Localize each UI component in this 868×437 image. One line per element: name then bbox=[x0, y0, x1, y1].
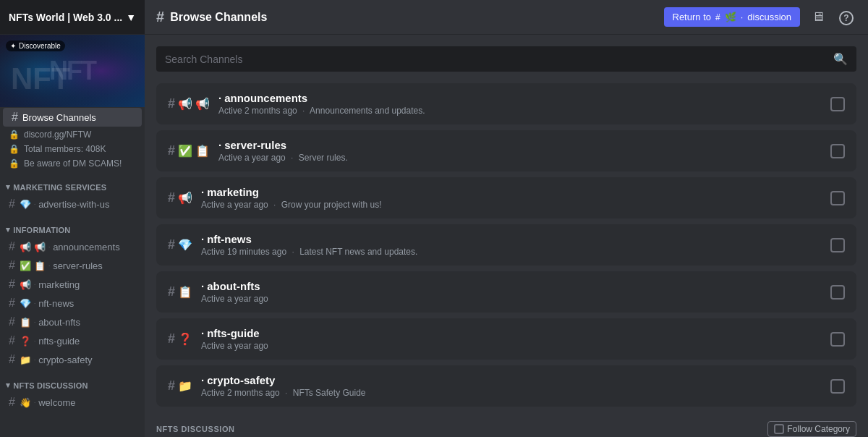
channel-meta-marketing: Active a year ago · Grow your project wi… bbox=[201, 200, 822, 210]
channel-info-safety: · crypto-safety Active 2 months ago · NF… bbox=[201, 374, 822, 398]
sidebar-browse-channels[interactable]: # Browse Channels bbox=[3, 108, 142, 127]
hash-icon-about: # bbox=[9, 315, 15, 328]
checkbox-nft-news[interactable] bbox=[830, 238, 845, 253]
return-button[interactable]: Return to # 🌿 · discussion bbox=[664, 7, 801, 27]
sidebar-category-information[interactable]: ▾ INFORMATION bbox=[0, 213, 145, 237]
header-icons: Return to # 🌿 · discussion 🖥 ? bbox=[664, 7, 857, 28]
channel-info-announcements: · announcements Active 2 months ago · An… bbox=[218, 92, 822, 116]
hash-icon-cs: # bbox=[168, 378, 175, 394]
sidebar-channel-marketing[interactable]: # 📢 · marketing bbox=[3, 276, 142, 293]
hash-icon-r: # bbox=[168, 143, 175, 158]
help-button[interactable]: ? bbox=[836, 7, 856, 28]
server-info-scams: 🔒 Be aware of DM SCAMS! bbox=[0, 156, 145, 171]
checkbox-announcements[interactable] bbox=[830, 97, 845, 111]
search-bar: 🔍 bbox=[156, 46, 856, 72]
follow-category-button[interactable]: Follow Category bbox=[767, 421, 856, 437]
lock-icon-3: 🔒 bbox=[9, 158, 20, 169]
discoverable-badge: ✦ Discoverable bbox=[6, 41, 65, 51]
checkbox-marketing[interactable] bbox=[830, 191, 845, 205]
sidebar-browse-label: Browse Channels bbox=[22, 112, 96, 123]
sidebar-channel-about-nfts[interactable]: # 📋 · about-nfts bbox=[3, 313, 142, 331]
chevron-marketing: ▾ bbox=[6, 182, 10, 192]
server-header[interactable]: NFTs World | Web 3.0 ... ▼ bbox=[0, 0, 145, 35]
svg-text:NFT: NFT bbox=[11, 61, 70, 96]
sidebar-category-nfts-discussion[interactable]: ▾ NFTS DISCUSSION bbox=[0, 369, 145, 393]
channel-meta-rules: Active a year ago · Server rules. bbox=[218, 153, 822, 163]
channel-icons-guide: # ❓ bbox=[168, 331, 192, 347]
channel-info-rules: · server-rules Active a year ago · Serve… bbox=[218, 139, 822, 163]
channel-row-marketing[interactable]: # 📢 · marketing Active a year ago · Grow… bbox=[156, 177, 856, 218]
hash-icon-m: # bbox=[168, 190, 175, 205]
category-nfts-discussion: NFTS DISCUSSION Follow Category bbox=[156, 412, 856, 437]
return-hash-icon: # bbox=[715, 12, 720, 22]
page-title: Browse Channels bbox=[170, 11, 267, 24]
channel-meta-about: Active a year ago bbox=[201, 294, 822, 304]
channel-row-crypto-safety[interactable]: # 📁 · crypto-safety Active 2 months ago … bbox=[156, 365, 856, 407]
checkbox-guide[interactable] bbox=[830, 332, 845, 347]
channel-info-about: · about-nfts Active a year ago bbox=[201, 280, 822, 304]
lock-icon-2: 🔒 bbox=[9, 144, 20, 154]
channel-row-nft-news[interactable]: # 💎 · nft-news Active 19 minutes ago · L… bbox=[156, 224, 856, 266]
search-input[interactable] bbox=[165, 54, 827, 65]
channel-name-about: · about-nfts bbox=[201, 280, 822, 292]
monitor-icon: 🖥 bbox=[812, 9, 825, 24]
hash-icon-ann: # bbox=[9, 240, 15, 253]
channel-row-server-rules[interactable]: # ✅ 📋 · server-rules Active a year ago ·… bbox=[156, 130, 856, 171]
hash-icon-a: # bbox=[168, 284, 175, 300]
hash-icon-n: # bbox=[168, 237, 175, 253]
channel-name-safety: · crypto-safety bbox=[201, 374, 822, 386]
monitor-button[interactable]: 🖥 bbox=[809, 7, 827, 27]
channel-row-announcements[interactable]: # 📢 📢 · announcements Active 2 months ag… bbox=[156, 83, 856, 124]
channel-meta-nft-news: Active 19 minutes ago · Latest NFT news … bbox=[201, 247, 822, 257]
sidebar-channel-advertise[interactable]: # 💎 · advertise-with-us bbox=[3, 195, 142, 213]
channel-info-marketing: · marketing Active a year ago · Grow you… bbox=[201, 186, 822, 210]
sidebar-channel-nft-news[interactable]: # 💎 · nft-news bbox=[3, 294, 142, 312]
lock-icon-1: 🔒 bbox=[9, 130, 20, 140]
checkbox-about[interactable] bbox=[830, 285, 845, 300]
return-tree-emoji: 🌿 bbox=[725, 12, 736, 22]
server-info-discord: 🔒 discord.gg/NFTW bbox=[0, 127, 145, 142]
hash-icon-welcome: # bbox=[9, 396, 15, 409]
channel-name-guide: · nfts-guide bbox=[201, 327, 822, 339]
channel-icons-marketing: # 📢 bbox=[168, 190, 192, 205]
checkbox-safety[interactable] bbox=[830, 379, 845, 394]
channel-name-announcements: · announcements bbox=[218, 92, 822, 104]
hash-icon-advertise: # bbox=[9, 198, 15, 211]
channel-icons-nft-news: # 💎 bbox=[168, 237, 192, 253]
chevron-info: ▾ bbox=[6, 225, 10, 234]
sidebar-category-marketing[interactable]: ▾ MARKETING SERVICES bbox=[0, 171, 145, 195]
hash-icon-safety: # bbox=[9, 353, 15, 366]
content-area: 🔍 # 📢 📢 · announcements Active 2 months … bbox=[145, 35, 868, 437]
channel-icons-announcements: # 📢 📢 bbox=[168, 96, 210, 111]
checkbox-follow-icon bbox=[774, 424, 784, 434]
hash-icon: # bbox=[168, 96, 175, 111]
channel-meta-guide: Active a year ago bbox=[201, 341, 822, 351]
server-name: NFTs World | Web 3.0 ... bbox=[9, 12, 122, 23]
channel-row-nfts-guide[interactable]: # ❓ · nfts-guide Active a year ago bbox=[156, 318, 856, 360]
server-info-members: 🔒 Total members: 408K bbox=[0, 142, 145, 156]
header-left: # Browse Channels bbox=[156, 9, 267, 25]
hash-icon-guide: # bbox=[9, 334, 15, 347]
channel-row-about-nfts[interactable]: # 📋 · about-nfts Active a year ago bbox=[156, 271, 856, 313]
channel-name-nft-news: · nft-news bbox=[201, 233, 822, 245]
channel-icons-rules: # ✅ 📋 bbox=[168, 143, 210, 158]
main-content: # Browse Channels Return to # 🌿 · discus… bbox=[145, 0, 868, 437]
search-icon: 🔍 bbox=[833, 52, 848, 66]
sidebar-channel-nfts-guide[interactable]: # ❓ · nfts-guide bbox=[3, 332, 142, 349]
hash-icon-mkt: # bbox=[9, 278, 15, 291]
return-channel: discussion bbox=[747, 12, 791, 22]
channel-meta-safety: Active 2 months ago · NFTs Safety Guide bbox=[201, 388, 822, 398]
sidebar-channel-announcements[interactable]: # 📢📢 · announcements bbox=[3, 238, 142, 255]
hash-icon-news: # bbox=[9, 297, 15, 310]
hash-icon-g: # bbox=[168, 331, 175, 347]
channel-icons-about: # 📋 bbox=[168, 284, 192, 300]
sidebar-channel-crypto-safety[interactable]: # 📁 · crypto-safety bbox=[3, 351, 142, 368]
channel-icons-safety: # 📁 bbox=[168, 378, 192, 394]
sidebar-channel-welcome[interactable]: # 👋 · welcome bbox=[3, 394, 142, 411]
channel-info-nft-news: · nft-news Active 19 minutes ago · Lates… bbox=[201, 233, 822, 257]
sidebar-channel-server-rules[interactable]: # ✅📋 · server-rules bbox=[3, 257, 142, 274]
hash-icon-rules: # bbox=[9, 259, 15, 272]
chevron-down-icon: ▼ bbox=[126, 12, 136, 23]
channel-name-marketing: · marketing bbox=[201, 186, 822, 198]
checkbox-rules[interactable] bbox=[830, 144, 845, 158]
